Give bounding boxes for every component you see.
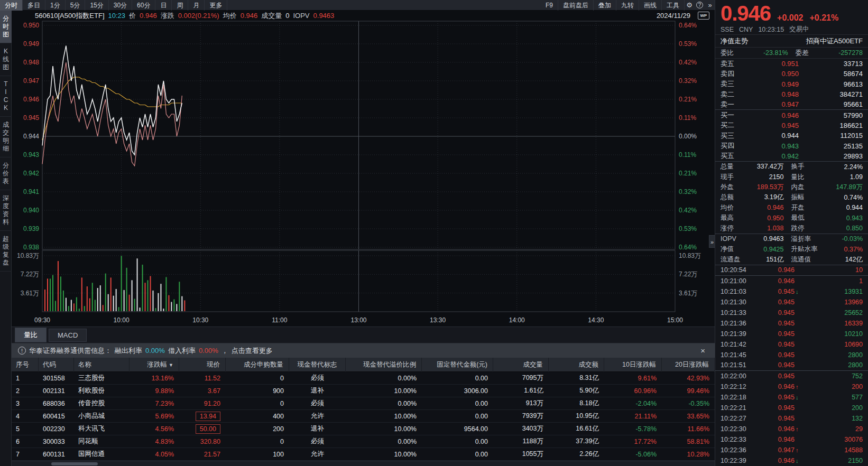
menu-item-F9[interactable]: F9 <box>541 0 558 11</box>
menu-tab-60分[interactable]: 60分 <box>132 0 155 11</box>
book-label: 买三 <box>721 131 744 141</box>
ask-row-卖三[interactable]: 卖三0.94996613 <box>715 79 868 89</box>
menu-tab-分时[interactable]: 分时 <box>0 0 23 11</box>
sidebar-item-超级复盘[interactable]: 超 级 复 盘 <box>0 231 12 272</box>
book-volume: 384271 <box>799 90 863 98</box>
table-cell: 42.93% <box>662 375 715 382</box>
table-cell: 21.11% <box>604 413 662 420</box>
stat-label: 开盘 <box>791 203 824 212</box>
column-header-成交量[interactable]: 成交量 <box>493 358 549 372</box>
column-header-涨跌幅[interactable]: 涨跌幅▼ <box>130 358 179 372</box>
bid-row-买一[interactable]: 买一0.94657990 <box>715 110 868 120</box>
tick-time: 10:21:45 <box>721 351 753 359</box>
column-header-20日涨跌幅[interactable]: 20日涨跌幅 <box>662 358 715 372</box>
stat-label: 最低 <box>791 213 824 222</box>
horizontal-scrollbar[interactable] <box>12 461 715 466</box>
menu-item-盘前盘后[interactable]: 盘前盘后 <box>558 0 594 11</box>
table-row[interactable]: 4600415小商品城5.69%13.94400允许10.00%0.007939… <box>12 410 715 423</box>
book-label: 买一 <box>721 110 744 120</box>
stat-value: -0.03% <box>824 235 863 243</box>
table-row[interactable]: 7600131国网信通4.05%21.57100允许10.00%0.001055… <box>12 448 715 461</box>
chart-header-token-4: 涨跌 <box>161 11 174 21</box>
column-header-序号[interactable]: 序号 <box>12 358 39 372</box>
ask-row-卖二[interactable]: 卖二0.948384271 <box>715 89 868 99</box>
stat-value: 0.850 <box>824 225 863 232</box>
tick-time: 10:21:03 <box>721 288 753 295</box>
menu-tab-1分[interactable]: 1分 <box>45 0 66 11</box>
ask-row-卖五[interactable]: 卖五0.95133713 <box>715 59 868 69</box>
sidebar-item-TICK[interactable]: T I C K <box>0 76 12 117</box>
column-header-现价[interactable]: 现价 <box>179 358 226 372</box>
menu-tab-月[interactable]: 月 <box>188 0 205 11</box>
column-header-名称[interactable]: 名称 <box>74 358 130 372</box>
more-menu-icon[interactable]: » <box>705 0 715 11</box>
axis-label: 0.944 <box>23 133 39 140</box>
menu-tab-周[interactable]: 周 <box>172 0 188 11</box>
nav-trend-label[interactable]: 净值走势 <box>721 36 748 46</box>
axis-label: 7.22万 <box>21 271 39 278</box>
menu-item-叠加[interactable]: 叠加 <box>594 0 616 11</box>
menu-item-工具[interactable]: 工具 <box>662 0 685 11</box>
table-row[interactable]: 1301558三态股份13.16%11.520必须0.00%0.007095万8… <box>12 372 715 385</box>
menu-tab-更多[interactable]: 更多 <box>205 0 227 11</box>
ask-row-卖四[interactable]: 卖四0.95058674 <box>715 69 868 79</box>
bid-row-买二[interactable]: 买二0.945186621 <box>715 120 868 131</box>
wp-window-icon[interactable]: WP <box>698 12 709 20</box>
tick-time: 10:22:39 <box>721 457 753 464</box>
menu-tab-30分[interactable]: 30分 <box>109 0 132 11</box>
table-cell: 2.26亿 <box>549 450 604 459</box>
sidebar-item-分价表[interactable]: 分 价 表 <box>0 157 12 190</box>
stat-value: 0.37% <box>824 246 863 253</box>
stat-label: 跌停 <box>791 224 824 233</box>
menu-tab-日[interactable]: 日 <box>155 0 172 11</box>
menu-item-画线[interactable]: 画线 <box>639 0 662 11</box>
sidebar-item-成交明细[interactable]: 成 交 明 细 <box>0 117 12 157</box>
table-cell: -5.78% <box>604 425 662 433</box>
table-row[interactable]: 5002230科大讯飞4.56%50.00200退补10.00%9564.003… <box>12 423 715 435</box>
bid-row-买四[interactable]: 买四0.94325135 <box>715 141 868 151</box>
notice-more-link[interactable]: 点击查看更多 <box>232 346 273 356</box>
notice-rate2-value: 0.00% <box>199 347 218 355</box>
panel-collapse-handle[interactable]: » <box>709 235 715 248</box>
tick-volume: 577 <box>802 394 863 401</box>
column-header-成分申购数量[interactable]: 成分申购数量 <box>226 358 289 372</box>
bid-row-买五[interactable]: 买五0.94229893 <box>715 151 868 161</box>
table-row[interactable]: 2002131利欧股份9.88%3.67900退补10.00%3006.001.… <box>12 385 715 397</box>
scrollbar-thumb[interactable] <box>51 462 98 465</box>
column-header-固定替代金额(元)[interactable]: 固定替代金额(元) <box>422 358 493 372</box>
ask-row-卖一[interactable]: 卖一0.94795661 <box>715 99 868 109</box>
table-row[interactable]: 6300033同花顺4.83%320.800必须0.00%0.001188万37… <box>12 435 715 448</box>
sidebar-item-K线图[interactable]: K 线 图 <box>0 43 12 76</box>
tick-volume: 30076 <box>802 436 863 443</box>
table-cell: 小商品城 <box>74 412 130 421</box>
menu-tab-15分[interactable]: 15分 <box>85 0 108 11</box>
table-row[interactable]: 3688036传音控股7.23%91.200必须0.00%0.00913万8.1… <box>12 397 715 410</box>
column-header-10日涨跌幅[interactable]: 10日涨跌幅 <box>604 358 662 372</box>
tick-row: 10:21:510.9452800 <box>715 360 868 371</box>
table-cell: 4.56% <box>130 425 179 433</box>
stat-value: 147.89万 <box>824 183 863 192</box>
axis-label: 0.00% <box>679 133 697 140</box>
indicator-tab-MACD[interactable]: MACD <box>49 329 87 342</box>
sidebar-item-深度资料[interactable]: 深 度 资 料 <box>0 190 12 231</box>
gear-icon[interactable]: ⚙ <box>685 0 694 11</box>
column-header-成交额[interactable]: 成交额 <box>549 358 604 372</box>
bid-row-买三[interactable]: 买三0.944112015 <box>715 131 868 141</box>
notice-bar[interactable]: ! 华泰证券融券通供需信息： 融出利率 0.00% 借入利率 0.00% ， 点… <box>12 343 715 358</box>
column-header-现金替代标志[interactable]: 现金替代标志 <box>289 358 346 372</box>
menu-tab-多日[interactable]: 多日 <box>23 0 45 11</box>
commission-ratio-row: 委比 -23.81% 委差 -257278 <box>715 48 868 59</box>
indicator-tab-量比[interactable]: 量比 <box>15 328 47 342</box>
menu-tab-5分[interactable]: 5分 <box>66 0 86 11</box>
table-cell: 1188万 <box>493 437 549 446</box>
table-cell: 0.00% <box>346 400 422 407</box>
menu-item-九转[interactable]: 九转 <box>616 0 639 11</box>
tick-row: 10:22:360.947↑14588 <box>715 445 868 455</box>
sidebar-item-分时图[interactable]: 分 时 图 <box>0 11 12 43</box>
column-header-代码[interactable]: 代码 <box>39 358 74 372</box>
close-icon[interactable]: × <box>700 346 705 355</box>
column-header-现金替代溢价比例[interactable]: 现金替代溢价比例 <box>346 358 422 372</box>
axis-label: 0.942 <box>23 170 39 177</box>
help-icon[interactable]: ? <box>696 2 703 8</box>
tick-price: 0.945 <box>753 394 795 401</box>
